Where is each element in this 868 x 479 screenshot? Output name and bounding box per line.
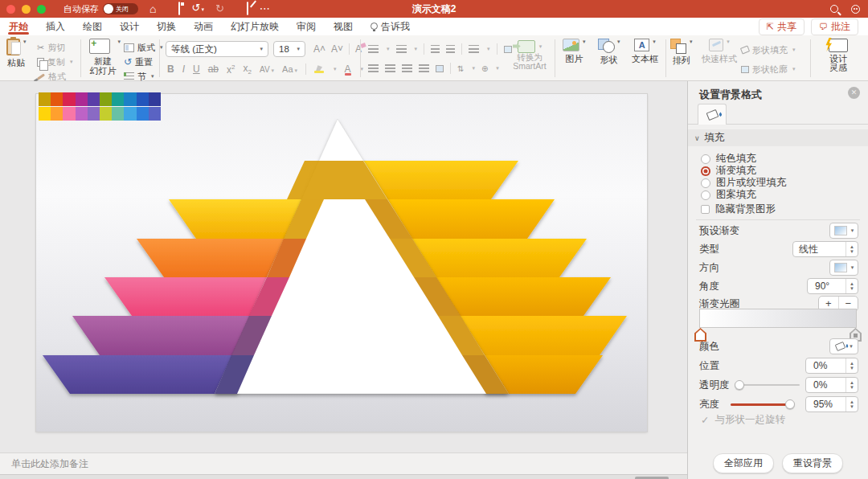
tab-tell-me[interactable]: 告诉我: [362, 18, 419, 35]
transparency-spinner[interactable]: 0% ▲▼: [805, 377, 858, 393]
tab-home[interactable]: 开始: [0, 18, 37, 35]
slide-canvas[interactable]: [36, 94, 647, 432]
shape-outline-button[interactable]: 形状轮廓▾: [741, 63, 796, 76]
tab-transitions[interactable]: 切换: [148, 18, 185, 35]
angle-spinner[interactable]: 90° ▲▼: [807, 278, 858, 294]
zoom-window-button[interactable]: [37, 5, 46, 14]
brightness-slider[interactable]: [731, 399, 795, 409]
reset-background-button[interactable]: 重设背景: [782, 453, 843, 473]
feedback-icon[interactable]: [851, 5, 860, 14]
undo-icon[interactable]: ↺▾: [191, 0, 203, 18]
pattern-fill-option[interactable]: 图案填充: [701, 189, 756, 201]
close-panel-icon[interactable]: ✕: [848, 87, 860, 99]
align-text-icon[interactable]: ⊕: [481, 64, 488, 73]
color-palette-strip: [39, 92, 161, 121]
layout-button[interactable]: 版式▾: [124, 41, 163, 54]
text-direction-icon[interactable]: ⇅: [457, 64, 464, 73]
line-spacing-icon[interactable]: [469, 45, 479, 54]
redo-icon[interactable]: ↻: [215, 0, 224, 18]
slider-knob[interactable]: [785, 399, 795, 409]
textbox-button[interactable]: A▾ 文本框: [632, 39, 658, 63]
direction-picker[interactable]: ▾: [829, 260, 858, 276]
autosave-toggle[interactable]: 关闭: [103, 3, 138, 14]
tab-insert[interactable]: 插入: [37, 18, 74, 35]
preset-gradient-picker[interactable]: ▾: [829, 223, 858, 239]
save-icon[interactable]: [167, 0, 180, 18]
shape-fill-button[interactable]: 形状填充▾: [741, 43, 796, 56]
underline-icon[interactable]: U: [193, 63, 200, 75]
character-spacing-icon[interactable]: AV▾: [260, 65, 274, 74]
spinner-arrows-icon[interactable]: ▲▼: [845, 397, 858, 411]
radio-unselected-icon: [701, 178, 710, 188]
fill-section-header[interactable]: ∨ 填充: [688, 129, 868, 146]
align-left-icon[interactable]: [368, 64, 379, 73]
font-color-icon[interactable]: A: [345, 65, 351, 73]
rotate-with-shape-checkbox[interactable]: ✓ 与形状一起旋转: [701, 414, 785, 426]
design-ideas-button[interactable]: 设计灵感: [818, 39, 858, 72]
bold-icon[interactable]: B: [167, 63, 174, 75]
align-center-icon[interactable]: [385, 64, 395, 73]
search-icon[interactable]: [830, 5, 838, 13]
fill-tab[interactable]: [698, 104, 727, 125]
change-case-icon[interactable]: Aa▾: [282, 64, 297, 74]
slider-knob[interactable]: [735, 380, 744, 390]
shape-outline-icon: [741, 66, 749, 73]
horizontal-scrollbar[interactable]: [0, 474, 687, 479]
solid-fill-option[interactable]: 纯色填充: [701, 153, 756, 165]
highlight-icon[interactable]: [314, 65, 324, 73]
hide-background-checkbox[interactable]: 隐藏背景图形: [701, 203, 776, 215]
spinner-arrows-icon[interactable]: ▲▼: [845, 279, 858, 293]
stop-color-picker[interactable]: ▾: [829, 338, 858, 354]
minimize-window-button[interactable]: [22, 5, 31, 14]
add-remove-columns-icon[interactable]: [436, 65, 444, 72]
reset-button[interactable]: ↺重置: [124, 55, 163, 68]
grow-font-icon[interactable]: A˄: [313, 43, 326, 55]
spinner-arrows-icon[interactable]: ▲▼: [845, 378, 858, 392]
convert-smartart-button[interactable]: ▾ 转换为SmartArt: [506, 40, 553, 71]
spinner-arrows-icon[interactable]: ▲▼: [845, 358, 858, 373]
bullets-icon[interactable]: [368, 45, 379, 54]
ink-icon[interactable]: [235, 0, 248, 18]
justify-icon[interactable]: [419, 64, 429, 73]
transparency-slider[interactable]: [735, 380, 800, 390]
autosave-control[interactable]: 自动保存 关闭: [63, 3, 138, 15]
subscript-icon[interactable]: x2: [244, 63, 252, 76]
apply-to-all-button[interactable]: 全部应用: [713, 453, 774, 473]
brightness-spinner[interactable]: 95% ▲▼: [805, 396, 858, 412]
copy-button[interactable]: 复制▾: [37, 55, 73, 68]
font-name-select[interactable]: 等线 (正文)▾: [166, 41, 268, 57]
more-commands-icon[interactable]: ⋯: [260, 0, 270, 18]
tab-draw[interactable]: 绘图: [74, 18, 111, 35]
shapes-button[interactable]: ▾ 形状: [598, 39, 620, 64]
gradient-type-select[interactable]: 线性 ▲▼: [792, 241, 858, 257]
strikethrough-icon[interactable]: ab: [208, 63, 219, 75]
italic-icon[interactable]: I: [182, 63, 185, 75]
position-spinner[interactable]: 0% ▲▼: [805, 358, 858, 374]
increase-indent-icon[interactable]: [446, 45, 455, 54]
close-window-button[interactable]: [6, 5, 15, 14]
cut-button[interactable]: ✂剪切: [37, 41, 73, 54]
notes-placeholder[interactable]: 单击此处添加备注: [0, 452, 687, 474]
gradient-stops-bar[interactable]: [699, 309, 857, 328]
paste-button[interactable]: ▾ 粘贴: [6, 39, 27, 68]
align-right-icon[interactable]: [402, 64, 412, 73]
tab-slideshow[interactable]: 幻灯片放映: [222, 18, 288, 35]
picture-fill-option[interactable]: 图片或纹理填充: [701, 177, 787, 189]
gradient-fill-option[interactable]: 渐变填充: [701, 165, 756, 177]
arrange-button[interactable]: ▾ 排列: [670, 39, 693, 65]
quick-styles-button[interactable]: ▾ 快速样式: [701, 39, 738, 63]
comments-button[interactable]: 🗩批注: [811, 18, 858, 35]
numbering-icon[interactable]: [396, 45, 407, 54]
picture-button[interactable]: ▾ 图片: [563, 39, 586, 63]
tab-review[interactable]: 审阅: [288, 18, 325, 35]
shrink-font-icon[interactable]: A˅: [331, 43, 343, 55]
share-button[interactable]: ⇱共享: [759, 18, 805, 35]
font-size-select[interactable]: 18▾: [273, 41, 305, 57]
tab-view[interactable]: 视图: [325, 18, 362, 35]
tab-animations[interactable]: 动画: [185, 18, 222, 35]
tab-design[interactable]: 设计: [111, 18, 148, 35]
superscript-icon[interactable]: x2: [227, 63, 235, 76]
home-icon[interactable]: ⌂: [149, 0, 156, 18]
decrease-indent-icon[interactable]: [431, 45, 440, 54]
new-slide-button[interactable]: ▾ 新建幻灯片: [85, 39, 121, 76]
